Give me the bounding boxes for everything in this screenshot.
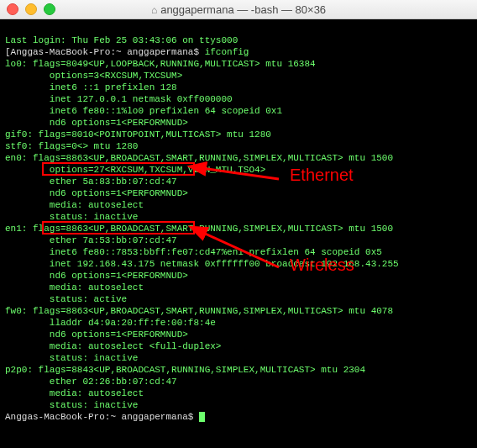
out-22: lladdr d4:9a:20:ff:fe:00:f8:4e [5,317,472,329]
minimize-icon[interactable] [25,3,37,15]
prompt-line-1: [Anggas-MacBook-Pro:~ anggapermana$ ifco… [5,46,472,58]
out-21: fw0: flags=8863<UP,BROADCAST,SMART,RUNNI… [5,305,472,317]
out-23: nd6 options=1<PERFORMNUD> [5,329,472,340]
close-icon[interactable] [7,3,18,15]
out-6: gif0: flags=8010<POINTOPOINT,MULTICAST> … [5,129,472,140]
traffic-lights [7,3,55,15]
terminal[interactable]: Last login: Thu Feb 25 03:43:06 on ttys0… [0,19,477,448]
window-title: ⌂anggapermana — -bash — 80×36 [0,3,477,16]
svg-line-0 [202,168,279,179]
out-29: status: inactive [5,399,472,411]
out-1: options=3<RXCSUM,TXCSUM> [5,70,472,82]
window-titlebar: ⌂anggapermana — -bash — 80×36 [0,0,477,19]
zoom-icon[interactable] [44,3,55,15]
out-19: media: autoselect [5,282,472,293]
ethernet-arrow-icon [195,158,287,192]
svg-line-1 [202,232,279,267]
prompt-host-1: [Anggas-MacBook-Pro:~ anggapermana$ [5,47,205,57]
ethernet-mac-box [42,162,195,176]
out-5: nd6 options=1<PERFORMNUD> [5,117,472,129]
wireless-arrow-icon [195,225,287,276]
out-20: status: active [5,293,472,305]
command-ifconfig: ifconfig [205,47,249,57]
home-icon: ⌂ [151,4,157,16]
wireless-label: Wireless [290,259,354,271]
out-24: media: autoselect <full-duplex> [5,340,472,352]
out-26: p2p0: flags=8843<UP,BROADCAST,RUNNING,SI… [5,364,472,376]
out-2: inet6 ::1 prefixlen 128 [5,82,472,93]
ethernet-label: Ethernet [290,169,354,181]
prompt-host-2: Anggas-MacBook-Pro:~ anggapermana$ [5,412,199,422]
out-28: media: autoselect [5,387,472,399]
out-27: ether 02:26:bb:07:cd:47 [5,376,472,387]
cursor-icon [199,412,205,422]
out-0: lo0: flags=8049<UP,LOOPBACK,RUNNING,MULT… [5,58,472,70]
out-7: stf0: flags=0<> mtu 1280 [5,140,472,152]
last-login-line: Last login: Thu Feb 25 03:43:06 on ttys0… [5,34,472,46]
out-4: inet6 fe80::1%lo0 prefixlen 64 scopeid 0… [5,105,472,117]
out-3: inet 127.0.0.1 netmask 0xff000000 [5,93,472,105]
out-25: status: inactive [5,352,472,364]
out-12: media: autoselect [5,199,472,211]
wireless-mac-box [42,221,195,235]
title-text: anggapermana — -bash — 80×36 [160,3,326,16]
prompt-line-2: Anggas-MacBook-Pro:~ anggapermana$ [5,411,472,423]
